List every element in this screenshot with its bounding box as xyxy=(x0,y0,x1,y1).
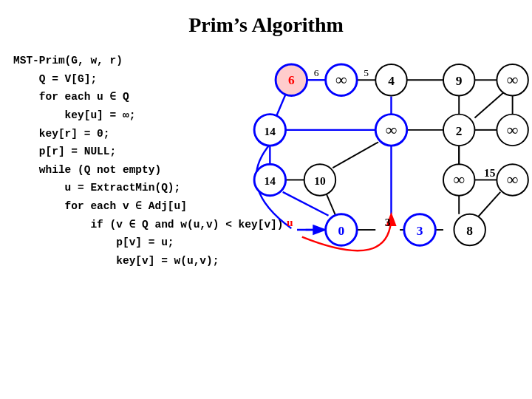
svg-text:0: 0 xyxy=(338,224,345,238)
svg-text:∞: ∞ xyxy=(386,121,397,139)
svg-text:6: 6 xyxy=(314,67,319,78)
code-line-10: if (v ∈ Q and w(u,v) < key[v]) xyxy=(13,216,284,234)
svg-text:3: 3 xyxy=(385,216,391,228)
svg-text:10: 10 xyxy=(314,174,326,187)
svg-line-8 xyxy=(474,92,504,118)
svg-text:3: 3 xyxy=(417,224,423,238)
svg-text:8: 8 xyxy=(466,224,473,238)
svg-text:2: 2 xyxy=(456,124,463,138)
code-line-11: p[v] = u; xyxy=(13,233,284,252)
svg-text:∞: ∞ xyxy=(507,171,518,188)
svg-text:15: 15 xyxy=(484,166,496,179)
code-line-3: for each u ∈ Q xyxy=(13,88,284,106)
svg-line-16 xyxy=(332,142,378,168)
svg-text:14: 14 xyxy=(265,174,276,187)
svg-text:4: 4 xyxy=(388,74,395,88)
code-line-6: p[r] = NULL; xyxy=(13,143,284,161)
svg-text:∞: ∞ xyxy=(454,171,465,188)
code-line-7: while (Q not empty) xyxy=(13,161,284,180)
code-line-2: Q = V[G]; xyxy=(13,70,284,89)
code-line-8: u = ExtractMin(Q); xyxy=(13,179,284,197)
svg-text:5: 5 xyxy=(364,67,369,78)
code-line-5: key[r] = 0; xyxy=(13,125,284,143)
code-line-12: key[v] = w(u,v); xyxy=(13,252,284,270)
svg-text:6: 6 xyxy=(288,73,295,87)
svg-text:9: 9 xyxy=(456,74,463,88)
svg-text:u: u xyxy=(287,216,293,228)
code-line-1: MST-Prim(G, w, r) xyxy=(13,52,284,70)
svg-text:∞: ∞ xyxy=(507,121,518,139)
svg-line-15 xyxy=(326,192,336,216)
svg-text:14: 14 xyxy=(265,125,276,137)
svg-line-4 xyxy=(276,95,286,118)
graph-svg: 6 ∞ 4 9 ∞ 14 ∞ 2 ∞ 14 10 xyxy=(244,44,517,251)
page-title: Prim’s Algorithm xyxy=(0,0,532,44)
code-line-9: for each v ∈ Adj[u] xyxy=(13,197,284,216)
graph-area: 6 ∞ 4 9 ∞ 14 ∞ 2 ∞ 14 10 xyxy=(244,44,517,251)
code-line-4: key[u] = ∞; xyxy=(13,106,284,125)
code-block: MST-Prim(G, w, r) Q = V[G]; for each u ∈… xyxy=(13,52,284,270)
svg-text:∞: ∞ xyxy=(507,71,518,89)
svg-text:∞: ∞ xyxy=(335,71,347,89)
